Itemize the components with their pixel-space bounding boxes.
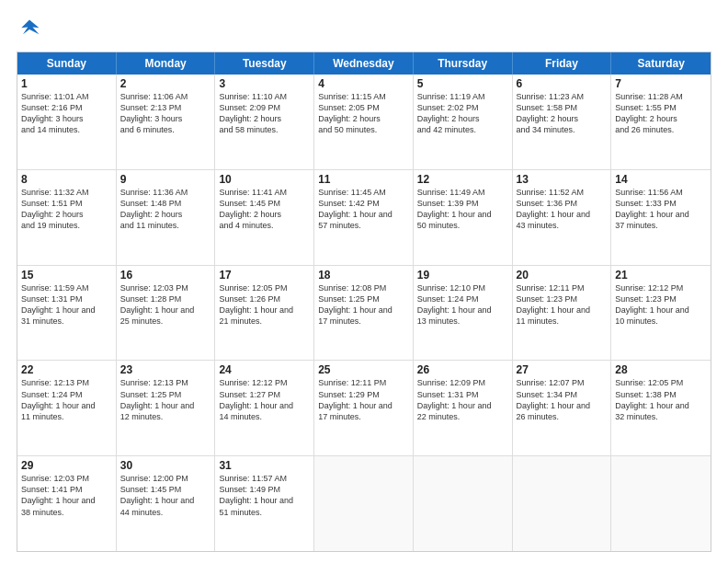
day-info: Sunrise: 11:06 AM Sunset: 2:13 PM Daylig…: [120, 91, 211, 136]
calendar-cell: 28Sunrise: 12:05 PM Sunset: 1:38 PM Dayl…: [611, 361, 711, 455]
day-number: 18: [318, 269, 409, 282]
day-number: 20: [517, 269, 608, 282]
calendar-row-4: 29Sunrise: 12:03 PM Sunset: 1:41 PM Dayl…: [17, 455, 711, 551]
page: SundayMondayTuesdayWednesdayThursdayFrid…: [0, 0, 728, 563]
calendar-cell: 19Sunrise: 12:10 PM Sunset: 1:24 PM Dayl…: [414, 266, 513, 361]
day-number: 29: [21, 459, 112, 472]
day-number: 27: [517, 363, 608, 376]
day-info: Sunrise: 12:11 PM Sunset: 1:23 PM Daylig…: [517, 282, 608, 327]
calendar-row-1: 8Sunrise: 11:32 AM Sunset: 1:51 PM Dayli…: [17, 169, 711, 265]
day-number: 21: [615, 269, 707, 282]
calendar-cell: 8Sunrise: 11:32 AM Sunset: 1:51 PM Dayli…: [17, 170, 117, 265]
calendar-cell: 24Sunrise: 12:12 PM Sunset: 1:27 PM Dayl…: [215, 361, 314, 455]
calendar-cell: 3Sunrise: 11:10 AM Sunset: 2:09 PM Dayli…: [215, 75, 314, 169]
day-info: Sunrise: 11:01 AM Sunset: 2:16 PM Daylig…: [21, 91, 112, 136]
cal-header-tuesday: Tuesday: [215, 52, 314, 75]
calendar-cell: 25Sunrise: 12:11 PM Sunset: 1:29 PM Dayl…: [314, 361, 414, 455]
calendar-cell: 16Sunrise: 12:03 PM Sunset: 1:28 PM Dayl…: [117, 266, 216, 361]
calendar-cell: 26Sunrise: 12:09 PM Sunset: 1:31 PM Dayl…: [414, 361, 513, 455]
day-info: Sunrise: 12:05 PM Sunset: 1:26 PM Daylig…: [219, 282, 310, 327]
day-number: 15: [21, 269, 112, 282]
calendar-cell: 12Sunrise: 11:49 AM Sunset: 1:39 PM Dayl…: [414, 170, 513, 265]
calendar-body: 1Sunrise: 11:01 AM Sunset: 2:16 PM Dayli…: [17, 75, 711, 551]
day-number: 30: [120, 459, 211, 472]
day-info: Sunrise: 11:52 AM Sunset: 1:36 PM Daylig…: [517, 187, 608, 232]
cal-header-sunday: Sunday: [17, 52, 117, 75]
day-number: 31: [219, 459, 310, 472]
day-number: 4: [318, 77, 409, 90]
day-info: Sunrise: 12:03 PM Sunset: 1:28 PM Daylig…: [120, 282, 211, 327]
day-info: Sunrise: 11:49 AM Sunset: 1:39 PM Daylig…: [417, 187, 508, 232]
day-number: 8: [21, 173, 112, 186]
calendar-cell: 22Sunrise: 12:13 PM Sunset: 1:24 PM Dayl…: [17, 361, 117, 455]
day-info: Sunrise: 11:32 AM Sunset: 1:51 PM Daylig…: [21, 187, 112, 232]
calendar-row-3: 22Sunrise: 12:13 PM Sunset: 1:24 PM Dayl…: [17, 360, 711, 455]
cal-header-thursday: Thursday: [414, 52, 513, 75]
calendar-row-0: 1Sunrise: 11:01 AM Sunset: 2:16 PM Dayli…: [17, 75, 711, 169]
day-info: Sunrise: 11:28 AM Sunset: 1:55 PM Daylig…: [615, 91, 707, 136]
day-number: 2: [120, 77, 211, 90]
day-number: 16: [120, 269, 211, 282]
calendar-cell: 30Sunrise: 12:00 PM Sunset: 1:45 PM Dayl…: [117, 456, 216, 551]
cal-header-saturday: Saturday: [611, 52, 711, 75]
day-info: Sunrise: 12:10 PM Sunset: 1:24 PM Daylig…: [417, 282, 508, 327]
calendar-cell: 6Sunrise: 11:23 AM Sunset: 1:58 PM Dayli…: [513, 75, 612, 169]
day-number: 12: [417, 173, 508, 186]
day-info: Sunrise: 12:03 PM Sunset: 1:41 PM Daylig…: [21, 473, 112, 518]
day-number: 17: [219, 269, 310, 282]
calendar-cell: 29Sunrise: 12:03 PM Sunset: 1:41 PM Dayl…: [17, 456, 117, 551]
calendar-row-2: 15Sunrise: 11:59 AM Sunset: 1:31 PM Dayl…: [17, 265, 711, 361]
day-number: 1: [21, 77, 112, 90]
day-info: Sunrise: 11:45 AM Sunset: 1:42 PM Daylig…: [318, 187, 409, 232]
calendar-cell: [611, 456, 711, 551]
cal-header-wednesday: Wednesday: [314, 52, 414, 75]
day-number: 9: [120, 173, 211, 186]
calendar-cell: 11Sunrise: 11:45 AM Sunset: 1:42 PM Dayl…: [314, 170, 414, 265]
day-info: Sunrise: 12:12 PM Sunset: 1:23 PM Daylig…: [615, 282, 707, 327]
day-number: 14: [615, 173, 707, 186]
calendar: SundayMondayTuesdayWednesdayThursdayFrid…: [17, 52, 711, 552]
day-number: 11: [318, 173, 409, 186]
calendar-cell: 14Sunrise: 11:56 AM Sunset: 1:33 PM Dayl…: [611, 170, 711, 265]
day-info: Sunrise: 12:13 PM Sunset: 1:25 PM Daylig…: [120, 377, 211, 422]
day-number: 22: [21, 363, 112, 376]
day-number: 19: [417, 269, 508, 282]
logo: [17, 17, 46, 42]
calendar-cell: 18Sunrise: 12:08 PM Sunset: 1:25 PM Dayl…: [314, 266, 414, 361]
calendar-cell: 15Sunrise: 11:59 AM Sunset: 1:31 PM Dayl…: [17, 266, 117, 361]
day-info: Sunrise: 11:15 AM Sunset: 2:05 PM Daylig…: [318, 91, 409, 136]
day-info: Sunrise: 12:13 PM Sunset: 1:24 PM Daylig…: [21, 377, 112, 422]
day-info: Sunrise: 11:23 AM Sunset: 1:58 PM Daylig…: [517, 91, 608, 136]
calendar-cell: 27Sunrise: 12:07 PM Sunset: 1:34 PM Dayl…: [513, 361, 612, 455]
day-number: 3: [219, 77, 310, 90]
calendar-cell: [513, 456, 612, 551]
day-info: Sunrise: 12:12 PM Sunset: 1:27 PM Daylig…: [219, 377, 310, 422]
cal-header-monday: Monday: [117, 52, 216, 75]
day-number: 24: [219, 363, 310, 376]
calendar-cell: [314, 456, 414, 551]
calendar-cell: 5Sunrise: 11:19 AM Sunset: 2:02 PM Dayli…: [414, 75, 513, 169]
day-number: 6: [517, 77, 608, 90]
day-info: Sunrise: 12:08 PM Sunset: 1:25 PM Daylig…: [318, 282, 409, 327]
day-info: Sunrise: 12:05 PM Sunset: 1:38 PM Daylig…: [615, 377, 707, 422]
day-info: Sunrise: 11:10 AM Sunset: 2:09 PM Daylig…: [219, 91, 310, 136]
calendar-cell: 20Sunrise: 12:11 PM Sunset: 1:23 PM Dayl…: [513, 266, 612, 361]
logo-bird-icon: [17, 17, 42, 42]
day-number: 25: [318, 363, 409, 376]
calendar-cell: 13Sunrise: 11:52 AM Sunset: 1:36 PM Dayl…: [513, 170, 612, 265]
calendar-cell: 31Sunrise: 11:57 AM Sunset: 1:49 PM Dayl…: [215, 456, 314, 551]
day-info: Sunrise: 11:36 AM Sunset: 1:48 PM Daylig…: [120, 187, 211, 232]
day-info: Sunrise: 11:41 AM Sunset: 1:45 PM Daylig…: [219, 187, 310, 232]
day-number: 5: [417, 77, 508, 90]
svg-marker-0: [21, 20, 39, 35]
day-info: Sunrise: 11:56 AM Sunset: 1:33 PM Daylig…: [615, 187, 707, 232]
header: [17, 17, 711, 42]
calendar-cell: 17Sunrise: 12:05 PM Sunset: 1:26 PM Dayl…: [215, 266, 314, 361]
day-info: Sunrise: 11:59 AM Sunset: 1:31 PM Daylig…: [21, 282, 112, 327]
calendar-cell: 9Sunrise: 11:36 AM Sunset: 1:48 PM Dayli…: [117, 170, 216, 265]
day-number: 13: [517, 173, 608, 186]
day-info: Sunrise: 12:11 PM Sunset: 1:29 PM Daylig…: [318, 377, 409, 422]
cal-header-friday: Friday: [513, 52, 612, 75]
calendar-cell: 7Sunrise: 11:28 AM Sunset: 1:55 PM Dayli…: [611, 75, 711, 169]
calendar-cell: 4Sunrise: 11:15 AM Sunset: 2:05 PM Dayli…: [314, 75, 414, 169]
